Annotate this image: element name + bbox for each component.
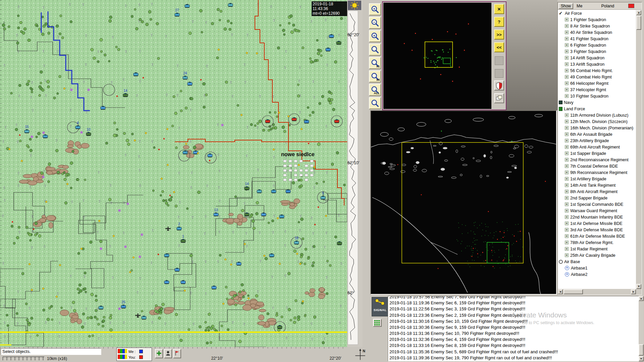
expand-icon[interactable]: + (565, 171, 569, 174)
signal-button[interactable]: SIGNAL (372, 297, 388, 316)
tree-item-40-air-strike-squadron[interactable]: +40 Air Strike Squadron (558, 29, 636, 36)
scroll-down-icon[interactable]: ▼ (636, 284, 641, 289)
zoom-out-button[interactable]: − (369, 17, 381, 29)
expand-icon[interactable]: + (565, 50, 569, 53)
tree-item-2nd-reconnaissance-regiment[interactable]: +2nd Reconnaissance Regiment (558, 157, 636, 163)
scroll-left-icon[interactable]: ◄ (558, 289, 563, 294)
tree-item-10-fighter-squadron[interactable]: +10 Fighter Squadron (558, 93, 636, 99)
zoom-in-fine-button[interactable]: + (369, 30, 381, 42)
tree-item-warsaw-guard-regiment[interactable]: +Warsaw Guard Regiment (558, 207, 636, 214)
zoom-overview-button[interactable] (369, 97, 381, 109)
expand-icon[interactable]: + (565, 31, 569, 34)
tree-item-12th-mech-division-szczecin[interactable]: +12th Mech. Division (Szczecin) (558, 118, 636, 125)
tree-item-1st-radar-regiment[interactable]: +1st Radar Regiment (558, 246, 636, 252)
expand-icon[interactable]: + (565, 37, 569, 41)
expand-icon[interactable]: + (565, 234, 569, 238)
tree-item-16th-mech-division-pomeranian[interactable]: +16th Mech. Division (Pomeranian) (558, 125, 636, 131)
zoom-in-button[interactable]: + (369, 3, 381, 15)
tree-item-41-fighter-squadron[interactable]: +41 Fighter Squadron (558, 36, 636, 42)
tree-item-3-fighter-squadron[interactable]: +3 Fighter Squadron (558, 48, 636, 55)
add-button[interactable] (155, 349, 163, 358)
tree-horizontal-scrollbar[interactable]: ◄ ► (558, 289, 636, 295)
expand-icon[interactable]: + (565, 209, 569, 213)
expand-icon[interactable]: + (565, 113, 569, 117)
expand-icon[interactable]: + (565, 253, 569, 257)
expand-icon[interactable]: + (565, 120, 569, 123)
tree-item-1st-sapper-brigade[interactable]: +1st Sapper Brigade (558, 150, 636, 157)
scroll-down-icon[interactable]: ▼ (639, 356, 644, 361)
tree-group-air-base[interactable]: Air Base (558, 258, 636, 265)
expand-icon[interactable]: + (565, 152, 569, 155)
expand-icon[interactable]: + (565, 241, 569, 244)
next-button[interactable]: >> (494, 29, 504, 40)
expand-icon[interactable]: + (565, 126, 569, 130)
tree-item-13-airlift-squadron[interactable]: +13 Airlift Squadron (558, 61, 636, 67)
tree-item-6th-air-assault-brigade[interactable]: +6th Air Assault Brigade (558, 131, 636, 137)
tree-item-37-helicopter-rgmt[interactable]: +37 Helicopter Rgmt (558, 86, 636, 93)
scroll-right-icon[interactable]: ► (631, 289, 636, 294)
tree-item-23th-artillery-brigade[interactable]: +23th Artillery Brigade (558, 137, 636, 144)
expand-icon[interactable]: + (565, 139, 569, 142)
expand-icon[interactable]: + (565, 202, 569, 206)
log-scrollbar[interactable]: ▲ ▼ (639, 296, 644, 361)
unit-button[interactable] (164, 349, 172, 358)
tree-group-land-force[interactable]: Land Force (558, 106, 636, 112)
expand-icon[interactable]: + (565, 62, 569, 66)
tree-item-56-combat-helo-rgmt[interactable]: +56 Combat Helo Rgmt. (558, 67, 636, 74)
tree-item-8-air-strike-squadron[interactable]: +8 Air Strike Squadron (558, 23, 636, 29)
expand-icon[interactable]: + (565, 24, 569, 28)
tree-item-66-helicopter-regmt[interactable]: +66 Helicopter Regmt (558, 80, 636, 86)
expand-icon[interactable]: + (565, 69, 569, 72)
expand-icon[interactable]: + (565, 228, 569, 232)
expand-icon[interactable]: + (565, 164, 569, 168)
tree-item-1st-air-defense-missile-bde[interactable]: +1st Air Defense Missile BDE (558, 220, 636, 227)
expand-icon[interactable]: + (565, 247, 569, 251)
tree-item-61th-air-defense-missile-bde[interactable]: +61th Air Defense Missile BDE (558, 233, 636, 239)
expand-icon[interactable]: + (565, 183, 569, 187)
tree-item-6-fighter-squadron[interactable]: +6 Fighter Squadron (558, 42, 636, 48)
tree-item-25th-air-cavalry-brigade[interactable]: +25th Air Cavalry Brigade (558, 252, 636, 258)
scroll-thumb[interactable] (639, 344, 644, 356)
tree-item-9th-reconnaissance-regiment[interactable]: +9th Reconnaissance Regiment (558, 169, 636, 176)
show-button[interactable]: Show (558, 3, 573, 9)
tree-item-3rd-air-defense-missile-bde[interactable]: +3rd Air Defense Missile BDE (558, 227, 636, 233)
expand-icon[interactable]: + (565, 132, 569, 136)
flag-button[interactable] (173, 349, 181, 358)
tree-vertical-scrollbar[interactable]: ▲ ▼ (636, 10, 642, 289)
grid-toggle-button[interactable] (373, 319, 382, 327)
tree-item-11th-armored-division-lubusz[interactable]: +11th Armored Division (Lubusz) (558, 112, 636, 118)
tree-item-69th-anti-aircraft-regiment[interactable]: +69th Anti Aircraft Regiment (558, 144, 636, 150)
tactical-map[interactable]: 2724144151014132518251 2019-01-18 11:43:… (0, 0, 347, 347)
tree-item-7th-coastal-defense-bde[interactable]: +7th Coastal Defense BDE (558, 163, 636, 169)
tree-item-1st-special-commando-bde[interactable]: +1st Special Commando BDE (558, 201, 636, 207)
expand-icon[interactable]: + (565, 158, 569, 162)
tree-item-1st-artillery-brigade[interactable]: +1st Artillery Brigade (558, 176, 636, 182)
tree-item-78th-air-defense-rgmt[interactable]: +78th Air Defense Rgmt. (558, 239, 636, 246)
zoom-x4-button[interactable]: x4 (369, 70, 381, 82)
expand-icon[interactable]: + (565, 196, 569, 200)
strategic-map[interactable] (370, 110, 557, 295)
expand-icon[interactable]: + (565, 43, 569, 47)
expand-icon[interactable]: + (565, 75, 569, 79)
tree-item-airbase2[interactable]: ✈Airbase2 (558, 271, 636, 278)
zoom-all-button[interactable]: ALL (369, 84, 381, 96)
zoom-x1-button[interactable]: x1 (369, 57, 381, 69)
expand-icon[interactable]: + (565, 145, 569, 149)
expand-icon[interactable]: + (565, 81, 569, 85)
expand-icon[interactable]: + (565, 177, 569, 181)
expand-icon[interactable]: + (565, 222, 569, 225)
tree-group-navy[interactable]: Navy (558, 99, 636, 106)
shield-button[interactable] (494, 80, 504, 90)
minimap[interactable] (383, 3, 491, 109)
tree-item-14-airlift-squadron[interactable]: +14 Airlift Squadron (558, 55, 636, 61)
expand-icon[interactable]: + (565, 215, 569, 219)
tree-item-14th-anti-tank-regiment[interactable]: +14th Anti Tank Regiment (558, 182, 636, 188)
close-button[interactable]: ✕ (494, 4, 504, 14)
scroll-up-icon[interactable]: ▲ (636, 10, 641, 15)
tree-group-air-force[interactable]: ✓Air Force (558, 10, 636, 16)
layers-button[interactable] (494, 93, 504, 103)
scroll-up-icon[interactable]: ▲ (639, 296, 644, 301)
scroll-thumb[interactable] (564, 289, 583, 294)
tree-item-49-combat-helo-rgmt[interactable]: +49 Combat Helo Rgmt (558, 74, 636, 80)
tree-item-8th-anti-aircraft-regiment[interactable]: +8th Anti Aircraft Regiment (558, 188, 636, 195)
